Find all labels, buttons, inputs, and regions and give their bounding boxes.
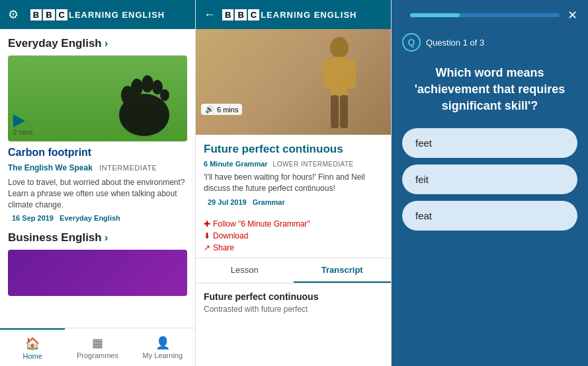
card-subtitle[interactable]: The English We Speak bbox=[8, 163, 93, 172]
bbc-logo: B B C LEARNING ENGLISH bbox=[30, 9, 165, 20]
svg-rect-10 bbox=[331, 95, 339, 128]
audio-badge: 🔊 6 mins bbox=[201, 104, 242, 115]
follow-link[interactable]: ✚ Follow "6 Minute Grammar" bbox=[204, 219, 383, 229]
panel3-header: ✕ bbox=[392, 0, 588, 30]
panel1-header: ⚙ B B C LEARNING ENGLISH bbox=[0, 0, 195, 29]
answer-option-2[interactable]: feit bbox=[402, 165, 577, 194]
tab-lesson[interactable]: Lesson bbox=[196, 258, 294, 283]
nav-home[interactable]: 🏠 Home bbox=[0, 328, 65, 366]
article-image-bg bbox=[196, 29, 391, 135]
section1-title[interactable]: Everyday English › bbox=[8, 37, 187, 50]
card-duration: 2 mins bbox=[13, 129, 32, 136]
bottom-nav: 🏠 Home ▦ Programmes 👤 My Learning bbox=[0, 328, 195, 366]
article-actions: ✚ Follow "6 Minute Grammar" ⬇ Download ↗… bbox=[196, 214, 391, 258]
bbc-box1b: B bbox=[222, 9, 233, 20]
answer-option-3[interactable]: feat bbox=[402, 201, 577, 231]
tab-transcript[interactable]: Transcript bbox=[294, 258, 392, 283]
meta-level: LOWER INTERMEDIATE bbox=[273, 161, 354, 168]
share-link[interactable]: ↗ Share bbox=[204, 243, 383, 252]
card-level: INTERMEDIATE bbox=[99, 164, 157, 172]
bottom-subtitle: Contrasted with future perfect bbox=[204, 305, 383, 314]
download-label: Download bbox=[213, 231, 248, 240]
bbc-box2b: B bbox=[235, 9, 246, 20]
svg-point-3 bbox=[142, 75, 153, 92]
article-desc: 'I'll have been waiting for hours!' Finn… bbox=[204, 172, 383, 194]
bbc-box3: C bbox=[56, 9, 67, 20]
answer-options: feet feit feat bbox=[392, 128, 588, 231]
article-date: 29 Jul 2019 Grammar bbox=[204, 198, 383, 206]
nav-home-label: Home bbox=[22, 352, 42, 360]
card-date: 16 Sep 2019 Everyday English bbox=[8, 214, 187, 222]
svg-rect-9 bbox=[347, 59, 356, 89]
card-desc: Love to travel, but worried about the en… bbox=[8, 177, 187, 210]
panel2-header: ← B B C LEARNING ENGLISH bbox=[196, 0, 391, 29]
footprint-graphic bbox=[114, 62, 174, 138]
card-title: Carbon footprint bbox=[8, 147, 187, 159]
nav-my-learning-label: My Learning bbox=[143, 351, 183, 359]
article-bottom: Future perfect continuous Contrasted wit… bbox=[196, 283, 391, 322]
svg-rect-8 bbox=[323, 59, 332, 89]
bottom-title: Future perfect continuous bbox=[204, 291, 383, 302]
panel-home: ⚙ B B C LEARNING ENGLISH Everyday Englis… bbox=[0, 0, 196, 366]
article-title: Future perfect continuous bbox=[204, 143, 383, 156]
progress-bar-fill bbox=[410, 13, 460, 17]
bbc-box1: B bbox=[30, 9, 42, 20]
share-label: Share bbox=[213, 243, 234, 252]
card-date-text: 16 Sep 2019 bbox=[12, 214, 54, 222]
share-icon: ↗ bbox=[204, 243, 210, 252]
nav-programmes-label: Programmes bbox=[77, 351, 118, 359]
nav-my-learning[interactable]: 👤 My Learning bbox=[130, 328, 195, 366]
article-image: 🔊 6 mins bbox=[196, 29, 391, 135]
svg-rect-11 bbox=[340, 95, 348, 128]
chevron-icon: › bbox=[105, 37, 108, 50]
answer-option-1[interactable]: feet bbox=[402, 128, 577, 158]
question-text: Which word means 'achievement that requi… bbox=[392, 59, 588, 128]
article-date-tag[interactable]: Grammar bbox=[253, 198, 285, 206]
section1-title-text: Everyday English bbox=[8, 37, 102, 50]
download-icon: ⬇ bbox=[204, 231, 210, 240]
my-learning-icon: 👤 bbox=[155, 336, 170, 350]
back-button[interactable]: ← bbox=[204, 8, 216, 22]
nav-programmes[interactable]: ▦ Programmes bbox=[65, 328, 130, 366]
section2-chevron-icon: › bbox=[105, 231, 108, 244]
close-button[interactable]: ✕ bbox=[567, 8, 577, 22]
article-tabs: Lesson Transcript bbox=[196, 258, 391, 283]
follow-label: Follow "6 Minute Grammar" bbox=[213, 219, 310, 229]
bbc-label: LEARNING ENGLISH bbox=[69, 10, 165, 20]
plus-icon: ✚ bbox=[204, 219, 210, 229]
person-silhouette bbox=[321, 36, 358, 135]
card-meta: The English We Speak INTERMEDIATE bbox=[8, 161, 187, 173]
panel1-content: Everyday English › 2 mins Carbon footpri… bbox=[0, 29, 195, 328]
panel2-content: 🔊 6 mins Future perfect continuous 6 Min… bbox=[196, 29, 391, 366]
question-label: Q Question 1 of 3 bbox=[392, 30, 588, 59]
card-date-link[interactable]: Everyday English bbox=[60, 214, 120, 222]
question-icon: Q bbox=[402, 33, 421, 52]
play-triangle-icon bbox=[13, 114, 25, 128]
article-date-text: 29 Jul 2019 bbox=[208, 198, 247, 206]
audio-icon: 🔊 bbox=[205, 105, 214, 114]
play-button[interactable]: 2 mins bbox=[13, 114, 32, 136]
meta-tag[interactable]: 6 Minute Grammar bbox=[204, 160, 268, 168]
panel-article: ← B B C LEARNING ENGLISH 🔊 6 mins bbox=[196, 0, 392, 366]
svg-point-5 bbox=[160, 89, 169, 101]
programmes-icon: ▦ bbox=[92, 336, 103, 350]
bbc-label-2: LEARNING ENGLISH bbox=[261, 10, 357, 20]
article-body: Future perfect continuous 6 Minute Gramm… bbox=[196, 135, 391, 214]
panel-quiz: ✕ Q Question 1 of 3 Which word means 'ac… bbox=[392, 0, 588, 366]
svg-point-6 bbox=[330, 37, 349, 58]
audio-mins: 6 mins bbox=[217, 106, 238, 114]
bbc-logo-2: B B C LEARNING ENGLISH bbox=[222, 9, 357, 20]
section2: Business English › bbox=[8, 231, 187, 296]
section2-title[interactable]: Business English › bbox=[8, 231, 187, 244]
article-meta: 6 Minute Grammar LOWER INTERMEDIATE bbox=[204, 160, 383, 168]
download-link[interactable]: ⬇ Download bbox=[204, 231, 383, 240]
question-count: Question 1 of 3 bbox=[426, 38, 484, 48]
svg-rect-7 bbox=[331, 57, 348, 96]
bbc-box2: B bbox=[43, 9, 54, 20]
progress-bar bbox=[410, 13, 560, 17]
home-icon: 🏠 bbox=[25, 336, 40, 351]
card-image: 2 mins bbox=[8, 55, 187, 141]
bbc-box3b: C bbox=[248, 9, 259, 20]
section2-title-text: Business English bbox=[8, 231, 102, 244]
gear-icon[interactable]: ⚙ bbox=[8, 7, 19, 22]
